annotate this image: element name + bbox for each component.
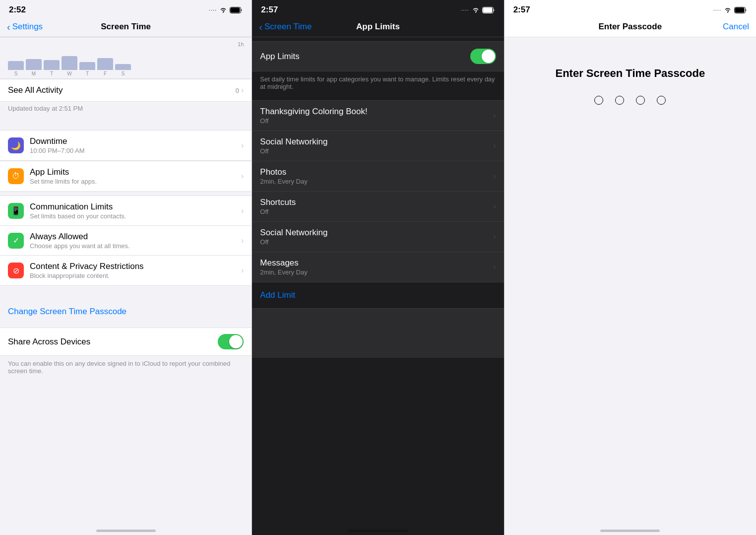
chart-area: 1h S M T W T F S xyxy=(0,37,252,79)
limit-chevron-4: › xyxy=(493,232,496,241)
battery-icon-p3 xyxy=(734,7,747,13)
downtime-icon-symbol: 🌙 xyxy=(11,141,21,150)
comm-limits-subtitle: Set limits based on your contacts. xyxy=(30,212,241,220)
back-label-p1: Settings xyxy=(12,22,43,32)
app-limits-section: ⏱ App Limits Set time limits for apps. › xyxy=(0,161,252,192)
passcode-dot-1 xyxy=(594,96,603,105)
status-bar-p1: 2:52 ···· xyxy=(0,0,252,18)
status-icons-p3: ···· xyxy=(713,7,747,13)
content-privacy-icon-symbol: ⊘ xyxy=(13,266,19,275)
always-allowed-subtitle: Choose apps you want at all times. xyxy=(30,242,241,250)
content-privacy-row[interactable]: ⊘ Content & Privacy Restrictions Block i… xyxy=(0,256,252,285)
add-limit-button[interactable]: Add Limit xyxy=(260,290,295,300)
comm-limits-chevron: › xyxy=(241,206,244,215)
limit-item-0[interactable]: Thanksgiving Coloring Book! Off › xyxy=(252,101,504,131)
app-limits-panel: 2:57 ···· ‹ Screen Time App Limits xyxy=(252,0,504,535)
app-limits-row[interactable]: ⏱ App Limits Set time limits for apps. › xyxy=(0,161,252,191)
limit-item-3[interactable]: Shortcuts Off › xyxy=(252,192,504,222)
share-across-label: Share Across Devices xyxy=(8,337,218,347)
limit-item-2-text: Photos 2min, Every Day xyxy=(260,167,493,185)
back-button-p1[interactable]: ‹ Settings xyxy=(7,21,43,33)
see-all-text: See All Activity xyxy=(8,85,63,95)
app-limits-toggle-row: App Limits xyxy=(252,41,504,71)
passcode-dot-3 xyxy=(636,96,645,105)
always-allowed-title: Always Allowed xyxy=(30,232,241,242)
limit-item-4-title: Social Networking xyxy=(260,228,493,238)
limit-item-5-subtitle: 2min, Every Day xyxy=(260,268,493,276)
downtime-subtitle: 10:00 PM–7:00 AM xyxy=(30,147,241,154)
nav-title-p1: Screen Time xyxy=(101,22,151,32)
p2-bottom-block xyxy=(252,308,504,358)
content-privacy-icon: ⊘ xyxy=(8,263,24,278)
svg-rect-5 xyxy=(483,7,492,12)
status-time-p3: 2:57 xyxy=(513,5,530,15)
limit-item-2-title: Photos xyxy=(260,167,493,177)
day-label-m: M xyxy=(26,71,42,76)
section-gap-4 xyxy=(0,324,252,328)
limit-item-0-title: Thanksgiving Coloring Book! xyxy=(260,107,493,117)
limit-item-4[interactable]: Social Networking Off › xyxy=(252,222,504,252)
limit-item-1-title: Social Networking xyxy=(260,137,493,147)
bar-w xyxy=(62,56,77,70)
status-icons-p1: ···· xyxy=(209,7,243,13)
always-allowed-row[interactable]: ✓ Always Allowed Choose apps you want at… xyxy=(0,226,252,256)
scroll-content-p1: 1h S M T W T F S See All Activi xyxy=(0,37,252,526)
change-passcode-area: Change Screen Time Passcode xyxy=(0,286,252,324)
wifi-icon-p2 xyxy=(472,7,480,13)
bar-t2 xyxy=(79,62,95,70)
app-limits-toggle-knob xyxy=(482,50,495,63)
status-bar-p3: 2:57 ···· xyxy=(504,0,756,18)
nav-title-p2: App Limits xyxy=(356,22,400,32)
app-limits-subtitle: Set time limits for apps. xyxy=(30,178,241,185)
scroll-content-p2: App Limits Set daily time limits for app… xyxy=(252,37,504,526)
app-limits-icon: ⏱ xyxy=(8,168,24,184)
always-allowed-icon: ✓ xyxy=(8,233,24,249)
app-limits-list: Thanksgiving Coloring Book! Off › Social… xyxy=(252,100,504,282)
nav-title-p3: Enter Passcode xyxy=(599,22,662,32)
wifi-icon-p3 xyxy=(724,7,732,13)
updated-text: Updated today at 2:51 PM xyxy=(0,102,252,116)
status-time-p2: 2:57 xyxy=(261,5,278,15)
content-privacy-chevron: › xyxy=(241,266,244,275)
section-gap-1 xyxy=(0,116,252,130)
day-label-t2: T xyxy=(79,71,95,76)
enter-passcode-panel: 2:57 ···· Enter Passcode Cancel Enter Sc… xyxy=(504,0,756,535)
downtime-icon: 🌙 xyxy=(8,137,24,153)
nav-bar-p1: ‹ Settings Screen Time xyxy=(0,18,252,37)
limit-item-5[interactable]: Messages 2min, Every Day › xyxy=(252,252,504,282)
limit-item-4-text: Social Networking Off xyxy=(260,228,493,246)
home-indicator-p2 xyxy=(252,526,504,535)
bar-m xyxy=(26,59,42,70)
comm-icon-symbol: 📱 xyxy=(11,206,21,215)
downtime-title: Downtime xyxy=(30,136,241,146)
home-bar-p1 xyxy=(96,530,156,532)
svg-rect-2 xyxy=(231,7,240,12)
limit-item-3-subtitle: Off xyxy=(260,208,493,215)
svg-point-0 xyxy=(223,12,224,13)
share-across-row: Share Across Devices xyxy=(0,328,252,356)
bar-s1 xyxy=(8,61,24,70)
share-across-toggle[interactable] xyxy=(218,334,244,349)
limit-chevron-1: › xyxy=(493,141,496,150)
comm-limits-row[interactable]: 📱 Communication Limits Set limits based … xyxy=(0,196,252,226)
back-chevron-icon: ‹ xyxy=(7,21,10,33)
limit-item-0-subtitle: Off xyxy=(260,117,493,125)
limit-item-2[interactable]: Photos 2min, Every Day › xyxy=(252,161,504,192)
see-all-activity-row[interactable]: See All Activity 0 › xyxy=(0,79,252,102)
back-chevron-icon-p2: ‹ xyxy=(259,21,262,33)
cancel-button-p3[interactable]: Cancel xyxy=(723,22,749,32)
downtime-row[interactable]: 🌙 Downtime 10:00 PM–7:00 AM › xyxy=(0,131,252,160)
limit-item-1[interactable]: Social Networking Off › xyxy=(252,131,504,161)
chart-labels: S M T W T F S xyxy=(8,71,244,76)
chart-1h-label: 1h xyxy=(8,41,244,48)
app-limits-toggle[interactable] xyxy=(470,49,496,64)
day-label-f: F xyxy=(97,71,113,76)
app-limits-toggle-label: App Limits xyxy=(260,52,299,62)
home-bar-p2 xyxy=(348,530,408,532)
limit-chevron-0: › xyxy=(493,111,496,120)
limit-chevron-5: › xyxy=(493,263,496,271)
p2-top-gap xyxy=(252,37,504,41)
change-passcode-link[interactable]: Change Screen Time Passcode xyxy=(8,307,126,316)
back-button-p2[interactable]: ‹ Screen Time xyxy=(259,21,312,33)
section-gap-2 xyxy=(0,192,252,196)
